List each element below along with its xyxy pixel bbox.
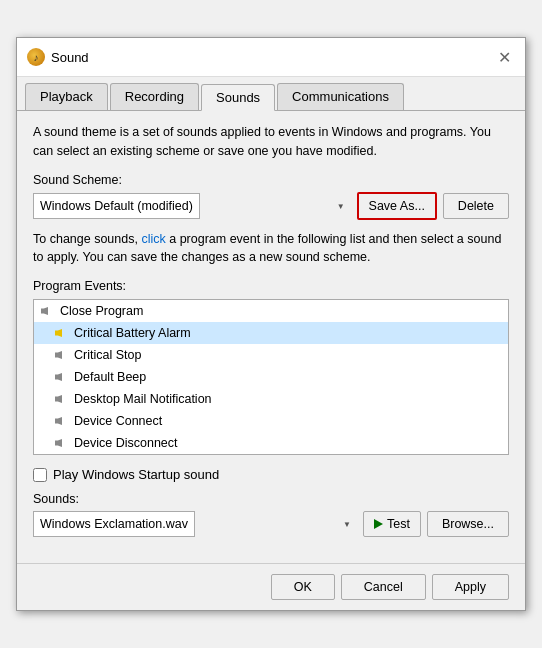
scheme-select[interactable]: Windows Default (modified): [33, 193, 200, 219]
close-button[interactable]: ✕: [493, 46, 515, 68]
title-bar: ♪ Sound ✕: [17, 38, 525, 77]
item-icon: [54, 369, 70, 385]
tab-recording[interactable]: Recording: [110, 83, 199, 110]
list-item[interactable]: Desktop Mail Notification: [34, 388, 508, 410]
list-item[interactable]: Device Disconnect: [34, 432, 508, 454]
speaker-icon: [55, 392, 69, 406]
sounds-select[interactable]: Windows Exclamation.wav: [33, 511, 195, 537]
sounds-row: Windows Exclamation.wav Test Browse...: [33, 511, 509, 537]
apply-button[interactable]: Apply: [432, 574, 509, 600]
sounds-label: Sounds:: [33, 492, 509, 506]
item-icon: [54, 325, 70, 341]
description-text: A sound theme is a set of sounds applied…: [33, 123, 509, 161]
browse-button[interactable]: Browse...: [427, 511, 509, 537]
tab-communications[interactable]: Communications: [277, 83, 404, 110]
scheme-row: Windows Default (modified) Save As... De…: [33, 192, 509, 220]
item-icon: [54, 413, 70, 429]
cancel-button[interactable]: Cancel: [341, 574, 426, 600]
event-label: Desktop Mail Notification: [74, 392, 212, 406]
speaker-icon: [55, 370, 69, 384]
save-as-button[interactable]: Save As...: [357, 192, 437, 220]
speaker-icon: [55, 414, 69, 428]
event-label: Close Program: [60, 304, 143, 318]
tabs-bar: Playback Recording Sounds Communications: [17, 77, 525, 111]
startup-sound-row: Play Windows Startup sound: [33, 467, 509, 482]
list-item[interactable]: Default Beep: [34, 366, 508, 388]
dialog-icon: ♪: [27, 48, 45, 66]
dialog-title: Sound: [51, 50, 89, 65]
click-link[interactable]: click: [141, 232, 165, 246]
event-label: Device Disconnect: [74, 436, 178, 450]
tab-sounds[interactable]: Sounds: [201, 84, 275, 111]
event-label: Critical Battery Alarm: [74, 326, 191, 340]
item-icon: [54, 347, 70, 363]
delete-button[interactable]: Delete: [443, 193, 509, 219]
startup-sound-label: Play Windows Startup sound: [53, 467, 219, 482]
item-icon: [54, 391, 70, 407]
ok-button[interactable]: OK: [271, 574, 335, 600]
tab-content: A sound theme is a set of sounds applied…: [17, 111, 525, 563]
speaker-shape: [41, 307, 48, 315]
speaker-icon: [55, 348, 69, 362]
list-item[interactable]: Critical Stop: [34, 344, 508, 366]
bottom-buttons: OK Cancel Apply: [17, 563, 525, 610]
info-text: To change sounds, click a program event …: [33, 230, 509, 268]
speaker-shape: [55, 395, 62, 403]
sounds-select-wrapper: Windows Exclamation.wav: [33, 511, 357, 537]
list-item[interactable]: Device Connect: [34, 410, 508, 432]
speaker-icon: [55, 326, 69, 340]
speaker-shape-yellow: [55, 329, 62, 337]
test-button[interactable]: Test: [363, 511, 421, 537]
speaker-shape: [55, 373, 62, 381]
item-icon: [40, 303, 56, 319]
sound-dialog: ♪ Sound ✕ Playback Recording Sounds Comm…: [16, 37, 526, 611]
program-events-list[interactable]: Close Program Critical Battery Alarm Cri…: [33, 299, 509, 455]
scheme-label: Sound Scheme:: [33, 173, 509, 187]
startup-sound-checkbox[interactable]: [33, 468, 47, 482]
event-label: Device Connect: [74, 414, 162, 428]
item-icon: [54, 435, 70, 451]
tab-playback[interactable]: Playback: [25, 83, 108, 110]
list-item[interactable]: Close Program: [34, 300, 508, 322]
list-item[interactable]: Critical Battery Alarm: [34, 322, 508, 344]
scheme-select-wrapper: Windows Default (modified): [33, 193, 351, 219]
speaker-icon: [55, 436, 69, 450]
speaker-shape: [55, 351, 62, 359]
speaker-shape: [55, 417, 62, 425]
speaker-icon: [41, 304, 55, 318]
speaker-shape: [55, 439, 62, 447]
test-label: Test: [387, 517, 410, 531]
program-events-label: Program Events:: [33, 279, 509, 293]
title-bar-left: ♪ Sound: [27, 48, 89, 66]
event-label: Default Beep: [74, 370, 146, 384]
play-icon: [374, 519, 383, 529]
event-label: Critical Stop: [74, 348, 141, 362]
